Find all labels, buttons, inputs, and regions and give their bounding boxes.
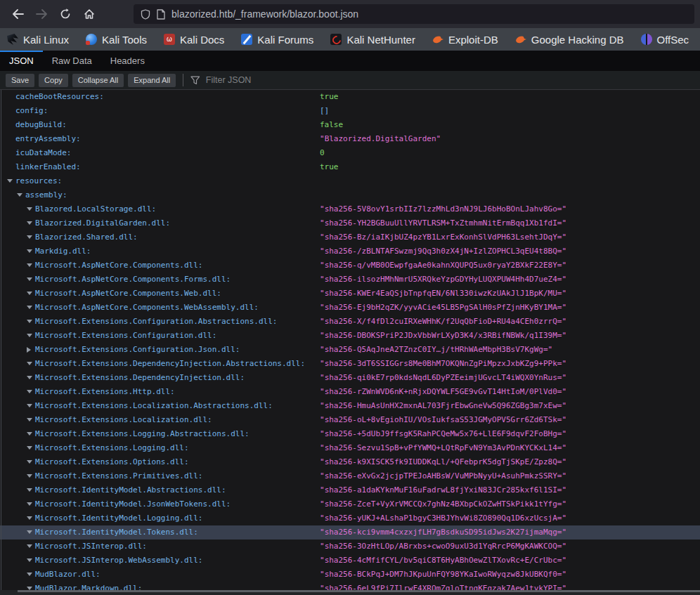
tree-left-edge-line — [1, 90, 1, 595]
json-row[interactable]: Microsoft.AspNetCore.Components.Web.dlls… — [0, 287, 700, 301]
bookmark-item[interactable]: OffSec — [641, 34, 689, 46]
expander-collapsed-icon[interactable] — [27, 343, 35, 357]
json-row[interactable]: Microsoft.Extensions.Http.dllsha256-rZWn… — [0, 385, 700, 399]
expander-expanded-icon[interactable] — [27, 511, 35, 525]
expander-expanded-icon[interactable] — [27, 230, 35, 244]
json-row[interactable]: Microsoft.Extensions.Options.dllsha256-k… — [0, 455, 700, 469]
expander-expanded-icon[interactable] — [27, 385, 35, 399]
bookmark-item[interactable]: Kali Linux — [7, 34, 69, 46]
bookmark-label: Kali NetHunter — [346, 34, 415, 46]
json-value: sha256-eXvGx2jcjpTPEJoAHBsW/VuMPbNyyU+As… — [320, 469, 566, 483]
expander-expanded-icon[interactable] — [7, 174, 15, 188]
json-value: sha256-k9XISCK5fk9IUDDKqLl/+QFebprK5dgTj… — [320, 455, 566, 469]
json-row[interactable]: Microsoft.IdentityModel.Tokens.dllsha256… — [0, 525, 700, 540]
expander-expanded-icon[interactable] — [27, 301, 35, 315]
expander-expanded-icon[interactable] — [27, 244, 35, 259]
expander-expanded-icon[interactable] — [27, 287, 35, 301]
json-row[interactable]: cacheBootResourcestrue — [0, 90, 700, 104]
json-row[interactable]: assembly — [0, 188, 700, 202]
bookmark-item[interactable]: Kali Docs — [164, 34, 224, 46]
home-button[interactable] — [77, 4, 101, 25]
expander-expanded-icon[interactable] — [27, 202, 35, 216]
json-row[interactable]: Microsoft.Extensions.Localization.dllsha… — [0, 413, 700, 427]
json-row[interactable]: Blazorized.Shared.dllsha256-Bz/iaIKjbUZ4… — [0, 230, 700, 244]
expander-expanded-icon[interactable] — [27, 371, 35, 385]
json-row[interactable]: Microsoft.AspNetCore.Components.Forms.dl… — [0, 273, 700, 287]
json-row[interactable]: config[] — [0, 104, 700, 118]
collapse-all-button[interactable]: Collapse All — [72, 74, 124, 87]
expander-expanded-icon[interactable] — [27, 525, 35, 540]
json-row[interactable]: icuDataMode0 — [0, 146, 700, 160]
shield-icon[interactable] — [141, 9, 150, 20]
expander-expanded-icon[interactable] — [27, 216, 35, 230]
expand-all-button[interactable]: Expand All — [128, 74, 176, 87]
json-row[interactable]: Microsoft.AspNetCore.Components.dllsha25… — [0, 259, 700, 273]
url-bar[interactable]: blazorized.htb/_framework/blazor.boot.js… — [134, 4, 694, 24]
json-row[interactable]: debugBuildfalse — [0, 118, 700, 132]
json-row[interactable]: Microsoft.AspNetCore.Components.WebAssem… — [0, 301, 700, 315]
expander-expanded-icon[interactable] — [27, 441, 35, 455]
json-row[interactable]: Microsoft.Extensions.Localization.Abstra… — [0, 399, 700, 413]
json-row[interactable]: entryAssemblyBlazorized.DigitalGarden — [0, 132, 700, 146]
json-row[interactable]: Microsoft.Extensions.Configuration.Json.… — [0, 343, 700, 357]
filter-json-input[interactable] — [206, 75, 694, 85]
tab-raw-data[interactable]: Raw Data — [43, 51, 101, 71]
bookmark-item[interactable]: Kali Forums — [241, 34, 313, 46]
bookmark-item[interactable]: Kali Tools — [86, 34, 147, 46]
reload-button[interactable] — [53, 4, 77, 25]
page-info-icon[interactable] — [157, 9, 165, 20]
json-value: sha256-a1daKYknMuF16uFadrwL8fjYxiN83JCr2… — [320, 483, 566, 497]
expander-expanded-icon[interactable] — [27, 329, 35, 343]
expander-expanded-icon[interactable] — [27, 427, 35, 441]
json-row[interactable]: Microsoft.JSInterop.dllsha256-3OzHtLOp/A… — [0, 540, 700, 554]
expander-expanded-icon[interactable] — [27, 568, 35, 582]
json-row[interactable]: Microsoft.IdentityModel.JsonWebTokens.dl… — [0, 497, 700, 511]
expander-expanded-icon[interactable] — [27, 469, 35, 483]
json-row[interactable]: resources — [0, 174, 700, 188]
expander-expanded-icon[interactable] — [27, 554, 35, 568]
json-key: Microsoft.IdentityModel.Logging.dll — [35, 514, 202, 523]
json-row[interactable]: Microsoft.IdentityModel.Abstractions.dll… — [0, 483, 700, 497]
tab-headers[interactable]: Headers — [101, 51, 154, 71]
json-row[interactable]: Microsoft.Extensions.Logging.dllsha256-S… — [0, 441, 700, 455]
expander-expanded-icon[interactable] — [27, 413, 35, 427]
json-row[interactable]: linkerEnabledtrue — [0, 160, 700, 174]
json-row[interactable]: Microsoft.Extensions.Configuration.dllsh… — [0, 329, 700, 343]
save-button[interactable]: Save — [6, 74, 34, 87]
expander-expanded-icon[interactable] — [27, 315, 35, 329]
json-row[interactable]: Blazorized.DigitalGarden.dllsha256-YH2BG… — [0, 216, 700, 230]
json-row[interactable]: Microsoft.Extensions.Logging.Abstraction… — [0, 427, 700, 441]
expander-expanded-icon[interactable] — [27, 259, 35, 273]
expander-expanded-icon[interactable] — [27, 497, 35, 511]
json-row[interactable]: Blazored.LocalStorage.dllsha256-5V8ovY1s… — [0, 202, 700, 216]
back-button[interactable] — [6, 4, 30, 25]
bookmark-item[interactable]: Google Hacking DB — [515, 34, 624, 46]
expander-expanded-icon[interactable] — [27, 399, 35, 413]
offsec-favicon-icon — [641, 34, 652, 45]
json-value: sha256-X/f4fDl2cuIRXeWHhK/f2UqQbFioD+RU4… — [320, 315, 566, 329]
json-row[interactable]: Microsoft.IdentityModel.Logging.dllsha25… — [0, 511, 700, 525]
json-row[interactable]: MudBlazor.dllsha256-BCkPqJ+DM7hJKpuUnFQY… — [0, 568, 700, 582]
horizontal-scrollbar-thumb[interactable] — [18, 590, 700, 592]
json-row[interactable]: Microsoft.Extensions.DependencyInjection… — [0, 357, 700, 371]
bookmark-item[interactable]: Exploit-DB — [432, 34, 498, 46]
copy-button[interactable]: Copy — [39, 74, 68, 87]
expander-expanded-icon[interactable] — [27, 455, 35, 469]
json-row[interactable]: Markdig.dllsha256-/zBLNTAFSwzmj9Qq3h0zX4… — [0, 244, 700, 259]
expander-expanded-icon[interactable] — [27, 357, 35, 371]
json-row[interactable]: Microsoft.Extensions.DependencyInjection… — [0, 371, 700, 385]
expander-spacer — [7, 118, 15, 132]
json-value: sha256-4cMfifCYL/bv5qiC8T6HyABhOewZlTXov… — [320, 554, 566, 568]
json-row[interactable]: Microsoft.Extensions.Primitives.dllsha25… — [0, 469, 700, 483]
expander-expanded-icon[interactable] — [27, 540, 35, 554]
json-row[interactable]: Microsoft.Extensions.Configuration.Abstr… — [0, 315, 700, 329]
expander-spacer — [7, 90, 15, 104]
bookmark-item[interactable]: Kali NetHunter — [330, 34, 415, 46]
forward-button[interactable] — [30, 4, 53, 25]
tab-json[interactable]: JSON — [0, 51, 43, 71]
expander-expanded-icon[interactable] — [17, 188, 25, 202]
json-value: sha256-qi0kE7rp0kdsNqdL6DyPZEeimjUGvcLT4… — [320, 371, 566, 385]
expander-expanded-icon[interactable] — [27, 273, 35, 287]
json-row[interactable]: Microsoft.JSInterop.WebAssembly.dllsha25… — [0, 554, 700, 568]
expander-expanded-icon[interactable] — [27, 483, 35, 497]
